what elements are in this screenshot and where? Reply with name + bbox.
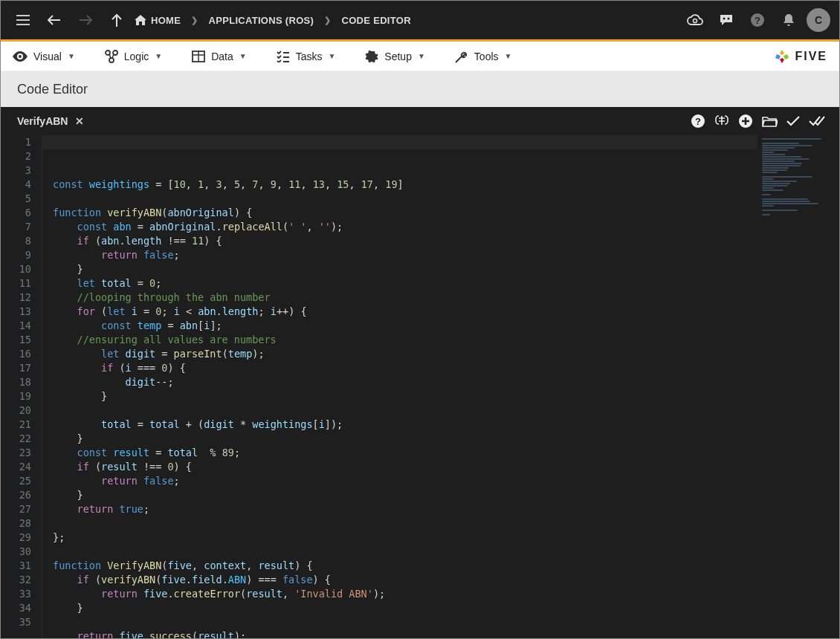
chat-icon[interactable] xyxy=(713,7,740,33)
tools-icon xyxy=(455,50,468,63)
minimap[interactable] xyxy=(757,135,839,638)
breadcrumb-home-label: HOME xyxy=(151,15,181,26)
menu-setup-label: Setup xyxy=(384,51,412,62)
chevron-right-icon: ❯ xyxy=(324,16,331,25)
code-editor[interactable]: 1234567891011121314151617181920212223242… xyxy=(1,135,839,638)
folder-open-icon[interactable] xyxy=(757,109,781,133)
table-icon xyxy=(192,51,205,62)
menu-setup[interactable]: Setup ▼ xyxy=(365,50,425,63)
svg-point-2 xyxy=(728,18,730,20)
chevron-down-icon: ▼ xyxy=(328,52,335,60)
editor-tabs: VerifyABN ✕ ? xyxy=(1,107,839,135)
menu-logic-label: Logic xyxy=(124,51,149,62)
hamburger-icon[interactable] xyxy=(10,7,36,33)
tasks-icon xyxy=(277,51,290,62)
close-icon[interactable]: ✕ xyxy=(75,115,84,127)
forward-icon[interactable] xyxy=(72,7,99,33)
brain-icon[interactable] xyxy=(710,109,734,133)
brand-logo: FIVE xyxy=(774,48,827,65)
svg-point-0 xyxy=(694,19,697,23)
menu-tasks-label: Tasks xyxy=(296,51,323,62)
check-all-icon[interactable] xyxy=(805,109,829,133)
breadcrumb-home[interactable]: HOME xyxy=(135,15,181,26)
chevron-down-icon: ▼ xyxy=(505,52,512,60)
page-title: Code Editor xyxy=(1,71,839,107)
svg-point-8 xyxy=(109,58,114,62)
breadcrumb-item-0[interactable]: APPLICATIONS (ROS) xyxy=(209,15,314,26)
bell-icon[interactable] xyxy=(775,7,802,33)
logic-icon xyxy=(105,50,118,63)
brand-logo-icon xyxy=(774,48,790,65)
chevron-down-icon: ▼ xyxy=(155,52,162,60)
breadcrumb-item-1[interactable]: CODE EDITOR xyxy=(342,15,411,26)
menu-tools-label: Tools xyxy=(474,51,499,62)
menu-visual-label: Visual xyxy=(33,51,62,62)
breadcrumb-item-1-label: CODE EDITOR xyxy=(342,15,411,26)
code-content[interactable]: const weightings = [10, 1, 3, 5, 7, 9, 1… xyxy=(42,135,839,638)
menu-visual[interactable]: Visual ▼ xyxy=(13,51,75,62)
breadcrumb-item-0-label: APPLICATIONS (ROS) xyxy=(209,15,314,26)
svg-text:?: ? xyxy=(695,116,701,127)
help-icon[interactable]: ? xyxy=(744,7,771,33)
gear-icon xyxy=(365,50,378,63)
menu-tasks[interactable]: Tasks ▼ xyxy=(277,51,336,62)
eye-icon xyxy=(13,51,28,62)
up-icon[interactable] xyxy=(103,7,130,33)
cloud-icon[interactable] xyxy=(682,7,708,33)
page-title-text: Code Editor xyxy=(17,82,88,97)
chevron-down-icon: ▼ xyxy=(239,52,247,60)
svg-point-5 xyxy=(19,55,22,58)
chevron-right-icon: ❯ xyxy=(191,16,198,25)
avatar-initial: C xyxy=(815,14,822,26)
tab-verifyabn[interactable]: VerifyABN ✕ xyxy=(11,111,90,132)
check-icon[interactable] xyxy=(781,109,805,133)
help-tool-icon[interactable]: ? xyxy=(686,109,710,133)
home-icon xyxy=(135,15,146,25)
brand-name: FIVE xyxy=(795,50,827,63)
topbar: HOME ❯ APPLICATIONS (ROS) ❯ CODE EDITOR … xyxy=(1,1,839,42)
avatar[interactable]: C xyxy=(807,8,830,32)
add-icon[interactable] xyxy=(734,109,757,133)
chevron-down-icon: ▼ xyxy=(418,52,425,60)
line-gutter: 1234567891011121314151617181920212223242… xyxy=(1,135,42,638)
svg-point-1 xyxy=(723,18,726,20)
menu-data-label: Data xyxy=(211,51,233,62)
menubar: Visual ▼ Logic ▼ Data ▼ Tasks ▼ Setup ▼ … xyxy=(1,42,839,71)
chevron-down-icon: ▼ xyxy=(68,52,75,60)
editor-area: VerifyABN ✕ ? 12345678910111213141516171… xyxy=(1,107,839,638)
tab-label: VerifyABN xyxy=(17,115,68,127)
breadcrumb: HOME ❯ APPLICATIONS (ROS) ❯ CODE EDITOR xyxy=(135,15,411,26)
svg-text:?: ? xyxy=(755,15,760,26)
back-icon[interactable] xyxy=(41,7,68,33)
menu-logic[interactable]: Logic ▼ xyxy=(105,50,162,63)
menu-data[interactable]: Data ▼ xyxy=(192,51,246,62)
menu-tools[interactable]: Tools ▼ xyxy=(455,50,512,63)
